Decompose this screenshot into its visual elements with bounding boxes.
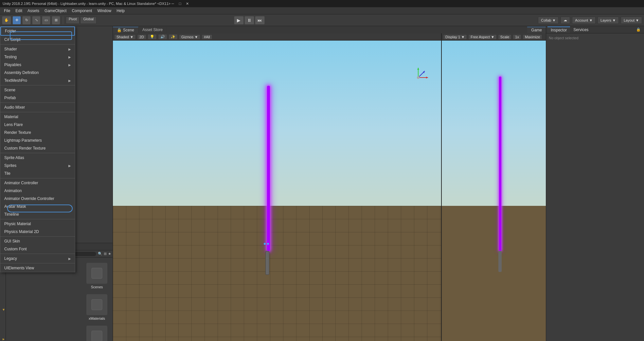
maximize-btn[interactable]: Maximize	[523, 34, 542, 40]
gizmos-btn[interactable]: Gizmos ▼	[179, 34, 200, 40]
menu-file[interactable]: File	[1, 8, 13, 14]
dropdown-textmeshpro[interactable]: TextMeshPro ▶	[0, 77, 75, 84]
dropdown-avatarmask[interactable]: Avatar Mask	[0, 203, 75, 210]
asset-scenes[interactable]: Scenes	[84, 263, 110, 289]
game-tab[interactable]: Game	[527, 27, 546, 33]
dropdown-animatorctrl[interactable]: Animator Controller	[0, 179, 75, 187]
xprefabs-icon	[86, 326, 107, 341]
play-button[interactable]: ▶	[234, 16, 244, 25]
dropdown-assembly[interactable]: Assembly Definition	[0, 69, 75, 77]
2d-btn[interactable]: 2D	[137, 34, 146, 40]
dropdown-lensflare[interactable]: Lens Flare	[0, 121, 75, 129]
dropdown-uilements[interactable]: UIElements View	[0, 264, 75, 272]
dropdown-animatoroverride[interactable]: Animator Override Controller	[0, 195, 75, 203]
inspector-lock[interactable]: 🔒	[634, 27, 643, 32]
layers-button[interactable]: Layers ▼	[598, 17, 619, 24]
dropdown-customfont[interactable]: Custom Font	[0, 245, 75, 253]
pivot-button[interactable]: Pivot	[66, 17, 80, 24]
dropdown-scene[interactable]: Scene	[0, 86, 75, 94]
dropdown-legacy[interactable]: Legacy ▶	[0, 255, 75, 262]
play-controls: ▶ ⏸ ⏭	[234, 16, 265, 25]
game-toolbar: Display 1 ▼ Free Aspect ▼ Scale 1x Maxim…	[442, 33, 546, 41]
assets-header[interactable]: ▾ Assets	[0, 307, 6, 313]
xscripts-folder-icon: 📁	[5, 331, 6, 335]
effects-btn[interactable]: ✨	[169, 34, 178, 40]
step-button[interactable]: ⏭	[255, 16, 265, 25]
asset-xmaterials[interactable]: xMaterials	[84, 294, 110, 320]
xscripts-tree-item[interactable]: 📁 xScripts	[0, 330, 6, 336]
dropdown-playables[interactable]: Playables ▶	[0, 61, 75, 69]
xmaterials-tree-item[interactable]: 📁 xMaterials	[0, 318, 6, 324]
rotate-tool[interactable]: ↻	[22, 16, 31, 25]
pause-button[interactable]: ⏸	[244, 16, 254, 25]
all-models-item[interactable]: ⊙ All Models	[0, 275, 6, 286]
dropdown-lightmap[interactable]: Lightmap Parameters	[0, 136, 75, 144]
search-icon[interactable]: 🔍	[98, 252, 102, 256]
global-button[interactable]: Global	[80, 17, 97, 24]
menu-edit[interactable]: Edit	[13, 8, 25, 14]
aspect-btn[interactable]: Free Aspect ▼	[468, 34, 497, 40]
menu-gameobject[interactable]: GameObject	[42, 8, 69, 14]
dropdown-guiskin[interactable]: GUI Skin	[0, 237, 75, 245]
audio-btn[interactable]: 🔊	[158, 34, 167, 40]
all-conflicted-item[interactable]: ⊙ All Conflicted	[0, 296, 6, 307]
dropdown-shader[interactable]: Shader ▶	[0, 45, 75, 53]
dropdown-sprites[interactable]: Sprites ▶	[0, 162, 75, 170]
scenes-tree-item[interactable]: 📁 Scenes	[0, 313, 6, 318]
scene-gizmo	[405, 64, 431, 91]
collab-button[interactable]: Collab ▼	[538, 17, 559, 24]
dropdown-folder[interactable]: Folder	[0, 27, 75, 36]
maximize-button[interactable]: □	[178, 1, 182, 6]
customfont-label: Custom Font	[4, 247, 27, 251]
rendertexture-label: Render Texture	[4, 130, 31, 135]
shader-arrow: ▶	[68, 47, 71, 51]
scale-value[interactable]: 1x	[513, 34, 521, 40]
packages-header[interactable]: ▸ Packages	[0, 336, 6, 340]
minimize-button[interactable]: ─	[170, 1, 175, 6]
filter-icon[interactable]: ⊞	[104, 252, 107, 256]
account-button[interactable]: Account ▼	[572, 17, 596, 24]
dropdown-tile[interactable]: Tile	[0, 170, 75, 177]
inspector-tab[interactable]: Inspector	[547, 27, 570, 33]
transform-tool[interactable]: ⊞	[52, 16, 60, 25]
hand-tool[interactable]: ✋	[2, 16, 11, 25]
lights-btn[interactable]: 💡	[148, 34, 157, 40]
all-prefabs-item[interactable]: ⊙ All Prefabs	[0, 286, 6, 296]
star-filter-icon[interactable]: ★	[108, 252, 111, 256]
dropdown-timeline[interactable]: Timeline	[0, 210, 75, 218]
dropdown-spriteatlas[interactable]: Sprite Atlas	[0, 154, 75, 162]
close-button[interactable]: ✕	[185, 1, 189, 6]
scene-dots	[264, 243, 269, 245]
scene-tab[interactable]: 🔒 Scene	[113, 27, 138, 33]
services-tab[interactable]: Services	[570, 27, 592, 33]
menu-window[interactable]: Window	[95, 8, 114, 14]
menu-component[interactable]: Component	[69, 8, 95, 14]
layout-button[interactable]: Layout ▼	[621, 17, 642, 24]
asset-store-tab[interactable]: Asset Store	[138, 27, 167, 33]
inspector-empty: No object selected	[546, 33, 644, 43]
all-btn[interactable]: #All	[202, 34, 212, 40]
dropdown-testing[interactable]: Testing ▶	[0, 53, 75, 61]
dropdown-audiomixer[interactable]: Audio Mixer	[0, 103, 75, 111]
menu-assets[interactable]: Assets	[25, 8, 42, 14]
dropdown-customrender[interactable]: Custom Render Texture	[0, 144, 75, 152]
dropdown-prefab[interactable]: Prefab	[0, 94, 75, 102]
shaded-btn[interactable]: Shaded ▼	[114, 34, 136, 40]
display-btn[interactable]: Display 1 ▼	[443, 34, 467, 40]
lightsaber-blade-scene	[267, 86, 270, 251]
dropdown-physicmaterial[interactable]: Physic Material	[0, 220, 75, 228]
scale-label: Scale	[498, 34, 512, 40]
rect-tool[interactable]: ▭	[42, 16, 50, 25]
scale-tool[interactable]: ⤡	[32, 16, 41, 25]
dropdown-rendertexture[interactable]: Render Texture	[0, 129, 75, 136]
dropdown-animation[interactable]: Animation	[0, 187, 75, 195]
cloud-button[interactable]: ☁	[561, 17, 570, 24]
dropdown-csharp[interactable]: C# Script	[0, 36, 75, 44]
asset-xprefabs[interactable]: xPrefabs	[84, 326, 110, 341]
dropdown-material[interactable]: Material	[0, 113, 75, 121]
xprefabs-tree-item[interactable]: 📁 xPrefabs	[0, 324, 6, 330]
dropdown-physics2d[interactable]: Physics Material 2D	[0, 228, 75, 236]
move-tool[interactable]: ✥	[12, 16, 21, 25]
menu-help[interactable]: Help	[114, 8, 127, 14]
dropdown-menu: Folder C# Script Shader ▶ Testing ▶ Play…	[0, 26, 75, 272]
